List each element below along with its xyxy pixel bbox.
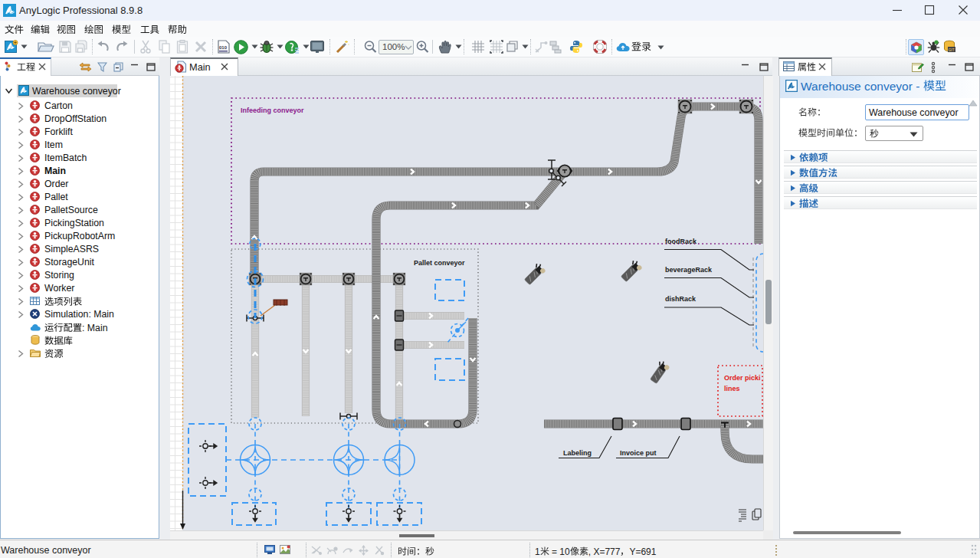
- svg-text:GIT: GIT: [949, 48, 955, 52]
- svg-text:Pallet conveyor: Pallet conveyor: [414, 259, 465, 267]
- svg-text:Invoice put: Invoice put: [620, 449, 657, 457]
- svg-text:Order picki: Order picki: [724, 374, 761, 382]
- svg-text:foodRack: foodRack: [665, 238, 697, 245]
- svg-text:lines: lines: [724, 385, 740, 392]
- svg-text:010: 010: [219, 45, 228, 50]
- svg-text:Infeeding conveyor: Infeeding conveyor: [241, 107, 304, 114]
- svg-text:beverageRack: beverageRack: [665, 266, 713, 274]
- svg-text:Labeling: Labeling: [563, 449, 592, 457]
- svg-text:dishRack: dishRack: [665, 295, 696, 303]
